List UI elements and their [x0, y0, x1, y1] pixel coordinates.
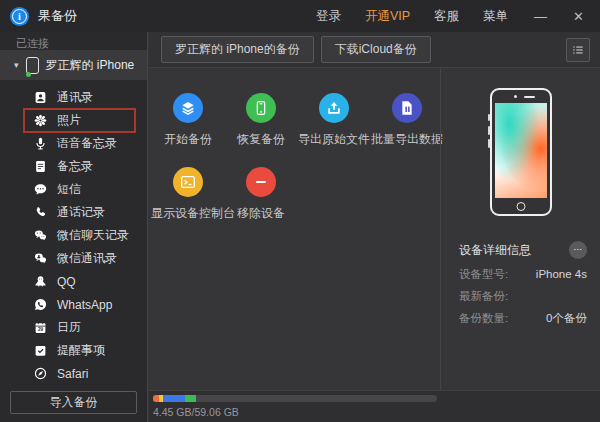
detail-label: 设备型号: [459, 267, 508, 282]
close-button[interactable]: ✕ [573, 9, 584, 24]
whatsapp-icon [34, 298, 47, 311]
action-batch-export[interactable]: 批量导出数据 [370, 93, 444, 148]
device-detail-row: 设备型号:iPhone 4s [459, 263, 587, 285]
voice-memo-icon [34, 137, 47, 150]
remove-device-icon [253, 174, 269, 190]
contacts-icon [34, 91, 47, 104]
sidebar-item-label: QQ [57, 275, 76, 289]
sidebar-item-label: 短信 [57, 181, 81, 198]
action-console[interactable]: 显示设备控制台 [151, 167, 225, 222]
console-icon [180, 174, 196, 190]
sidebar-item-label: 微信通讯录 [57, 250, 117, 267]
titlebar-menu-item[interactable]: 开通VIP [365, 8, 410, 25]
safari-icon [34, 367, 47, 380]
titlebar-menu-item[interactable]: 登录 [316, 8, 341, 25]
sidebar-item-label: 备忘录 [57, 158, 93, 175]
sidebar-item-label: 语音备忘录 [57, 135, 117, 152]
titlebar-menu-item[interactable]: 菜单 [483, 8, 508, 25]
device-detail-rows: 设备型号:iPhone 4s最新备份:备份数量:0个备份 [459, 263, 587, 329]
import-backup-button[interactable]: 导入备份 [10, 391, 137, 414]
storage-usage-bar [153, 395, 437, 402]
action-label: 批量导出数据 [370, 131, 444, 148]
sidebar-item[interactable]: 通讯录 [24, 86, 135, 109]
qq-icon [34, 275, 47, 288]
action-label: 显示设备控制台 [151, 205, 225, 222]
device-online-dot [26, 72, 31, 77]
titlebar-menu-item[interactable]: 客服 [434, 8, 459, 25]
tabbar: 罗正辉的 iPhone的备份下载iCloud备份 [149, 32, 600, 68]
sidebar-item-label: Safari [57, 367, 88, 381]
storage-segment [163, 395, 185, 402]
action-label: 恢复备份 [224, 131, 298, 148]
minimize-button[interactable]: — [534, 9, 547, 24]
sidebar-item[interactable]: Safari [24, 362, 135, 385]
calendar-icon: 29 [34, 321, 47, 334]
list-view-button[interactable] [566, 38, 590, 62]
device-detail-row: 备份数量:0个备份 [459, 307, 587, 329]
device-panel: 设备详细信息 ⋯ 设备型号:iPhone 4s最新备份:备份数量:0个备份 [441, 69, 600, 390]
detail-value: 0个备份 [546, 311, 587, 326]
sidebar-device-row[interactable]: ▾ 罗正辉的 iPhone [0, 50, 147, 80]
storage-bar-area: 4.45 GB/59.06 GB [149, 390, 600, 422]
iphone-preview-image [490, 88, 552, 216]
sidebar-item[interactable]: WhatsApp [24, 293, 135, 316]
sidebar-item[interactable]: 提醒事项 [24, 339, 135, 362]
storage-usage-text: 4.45 GB/59.06 GB [153, 406, 239, 418]
device-details-title: 设备详细信息 [459, 242, 531, 259]
wechat-chat-icon [34, 229, 47, 242]
reminders-icon [34, 344, 47, 357]
detail-label: 最新备份: [459, 289, 508, 304]
tab-button[interactable]: 罗正辉的 iPhone的备份 [161, 36, 314, 63]
sidebar-item-label: 日历 [57, 319, 81, 336]
export-files-icon [326, 100, 342, 116]
call-log-icon [34, 206, 47, 219]
detail-value: iPhone 4s [536, 268, 587, 280]
sidebar-item[interactable]: 微信通讯录 [24, 247, 135, 270]
sidebar-category-list: 通讯录照片语音备忘录备忘录短信通话记录微信聊天记录微信通讯录QQWhatsApp… [0, 86, 147, 385]
sidebar-item[interactable]: 备忘录 [24, 155, 135, 178]
ellipsis-icon[interactable]: ⋯ [569, 241, 587, 259]
titlebar: i 果备份 登录开通VIP客服菜单 — ✕ [0, 0, 600, 32]
tab-button[interactable]: 下载iCloud备份 [321, 36, 431, 63]
sidebar-item[interactable]: QQ [24, 270, 135, 293]
app-logo-icon: i [10, 7, 29, 26]
sidebar-item[interactable]: 微信聊天记录 [24, 224, 135, 247]
action-label: 开始备份 [151, 131, 225, 148]
detail-label: 备份数量: [459, 311, 508, 326]
iphone-icon [26, 57, 39, 74]
storage-segment [185, 395, 196, 402]
sidebar-item[interactable]: 通话记录 [24, 201, 135, 224]
notes-icon [34, 160, 47, 173]
sidebar-item[interactable]: 语音备忘录 [24, 132, 135, 155]
photos-icon [34, 114, 47, 127]
sms-icon [34, 183, 47, 196]
chevron-down-icon: ▾ [14, 60, 19, 70]
device-name: 罗正辉的 iPhone [46, 57, 135, 74]
action-export-files[interactable]: 导出原始文件 [297, 93, 371, 148]
svg-text:29: 29 [38, 327, 44, 332]
action-backup[interactable]: 开始备份 [151, 93, 225, 148]
device-detail-row: 最新备份: [459, 285, 587, 307]
app-title: 果备份 [38, 7, 77, 25]
main-content: 开始备份恢复备份导出原始文件批量导出数据显示设备控制台移除设备 设备详细信息 ⋯… [149, 69, 600, 390]
sidebar-item[interactable]: 29日历 [24, 316, 135, 339]
sidebar-item-label: 照片 [57, 112, 81, 129]
list-view-icon [571, 43, 585, 57]
sidebar-item-label: 通讯录 [57, 89, 93, 106]
action-remove-device[interactable]: 移除设备 [224, 167, 298, 222]
sidebar-item-label: WhatsApp [57, 298, 112, 312]
sidebar-item[interactable]: 短信 [24, 178, 135, 201]
restore-icon [253, 100, 269, 116]
sidebar-item-label: 通话记录 [57, 204, 105, 221]
action-label: 移除设备 [224, 205, 298, 222]
backup-icon [180, 100, 196, 116]
sidebar-item-label: 微信聊天记录 [57, 227, 129, 244]
wechat-contacts-icon [34, 252, 47, 265]
action-restore[interactable]: 恢复备份 [224, 93, 298, 148]
connected-section-header: 已连接 [0, 32, 147, 50]
sidebar: 已连接 ▾ 罗正辉的 iPhone 通讯录照片语音备忘录备忘录短信通话记录微信聊… [0, 32, 148, 422]
sidebar-item-label: 提醒事项 [57, 342, 105, 359]
action-label: 导出原始文件 [297, 131, 371, 148]
titlebar-menu: 登录开通VIP客服菜单 [316, 8, 508, 25]
sidebar-item[interactable]: 照片 [24, 109, 135, 132]
